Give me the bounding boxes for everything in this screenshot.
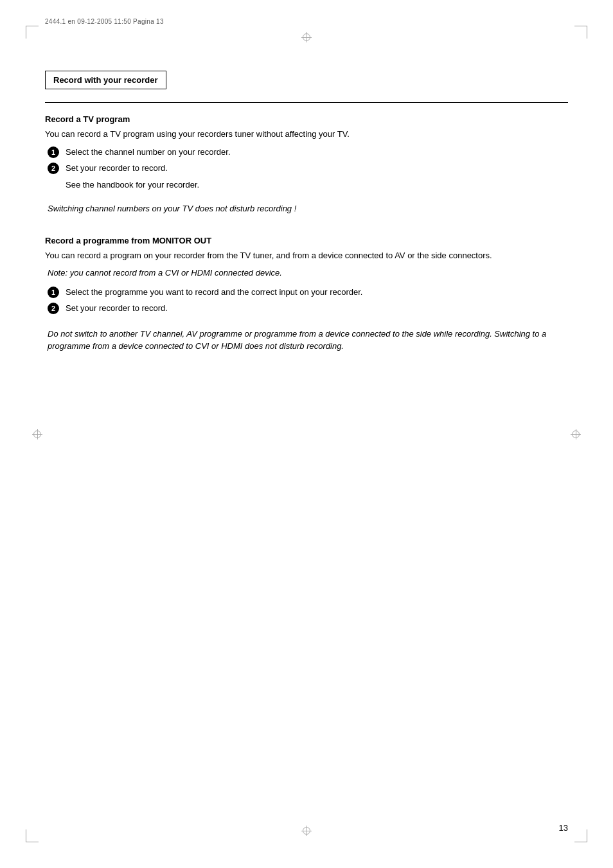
section-title: Record with your recorder xyxy=(53,75,158,85)
step-item-monitor-2: 2 Set your recorder to record. xyxy=(45,302,568,315)
step-circle-monitor-1: 1 xyxy=(48,287,59,298)
crosshair-bottom xyxy=(301,826,312,836)
step-text-monitor-1: Select the programme you want to record … xyxy=(66,286,568,299)
italic-note-tv: Switching channel numbers on your TV doe… xyxy=(48,202,568,215)
step-number-monitor-1: 1 xyxy=(45,287,62,298)
corner-mark-bl xyxy=(26,829,39,842)
step-text-tv-1: Select the channel number on your record… xyxy=(66,146,568,159)
page: 2444.1 en 09-12-2005 11:50 Pagina 13 Rec… xyxy=(0,0,613,868)
subsection-record-tv: Record a TV program You can record a TV … xyxy=(45,114,568,215)
step-text-monitor-2: Set your recorder to record. xyxy=(66,302,568,315)
corner-mark-tl xyxy=(26,26,39,39)
step-circle-monitor-2: 2 xyxy=(48,303,59,314)
crosshair-right xyxy=(571,429,581,439)
subsection-record-monitor: Record a programme from MONITOR OUT You … xyxy=(45,236,568,353)
corner-mark-br xyxy=(574,829,587,842)
body-text-monitor: You can record a program on your recorde… xyxy=(45,249,568,262)
header-meta: 2444.1 en 09-12-2005 11:50 Pagina 13 xyxy=(45,18,164,25)
monitor-out-label: MONITOR OUT xyxy=(152,236,211,245)
step-item-tv-1: 1 Select the channel number on your reco… xyxy=(45,146,568,159)
subsection-title-monitor: Record a programme from MONITOR OUT xyxy=(45,236,568,245)
content-area: Record with your recorder Record a TV pr… xyxy=(45,71,568,367)
corner-mark-tr xyxy=(574,26,587,39)
step-text-tv-2: Set your recorder to record. xyxy=(66,162,568,175)
step-number-monitor-2: 2 xyxy=(45,303,62,314)
italic-note-monitor: Do not switch to another TV channel, AV … xyxy=(48,328,568,353)
step-subtext-tv-2: See the handbook for your recorder. xyxy=(66,179,568,191)
step-circle-tv-2: 2 xyxy=(48,163,59,174)
note-monitor: Note: you cannot record from a CVI or HD… xyxy=(48,267,568,279)
step-item-tv-2: 2 Set your recorder to record. xyxy=(45,162,568,175)
header-meta-text: 2444.1 en 09-12-2005 11:50 Pagina 13 xyxy=(45,18,164,25)
step-number-tv-1: 1 xyxy=(45,146,62,158)
step-circle-tv-1: 1 xyxy=(48,146,59,158)
subsection-title-record-tv: Record a TV program xyxy=(45,114,568,124)
section-box: Record with your recorder xyxy=(45,71,166,89)
crosshair-top xyxy=(301,32,312,42)
step-item-monitor-1: 1 Select the programme you want to recor… xyxy=(45,286,568,299)
step-number-tv-2: 2 xyxy=(45,163,62,174)
section-divider xyxy=(45,102,568,103)
crosshair-left xyxy=(32,429,42,439)
body-text-record-tv: You can record a TV program using your r… xyxy=(45,128,568,141)
page-number: 13 xyxy=(559,823,568,833)
